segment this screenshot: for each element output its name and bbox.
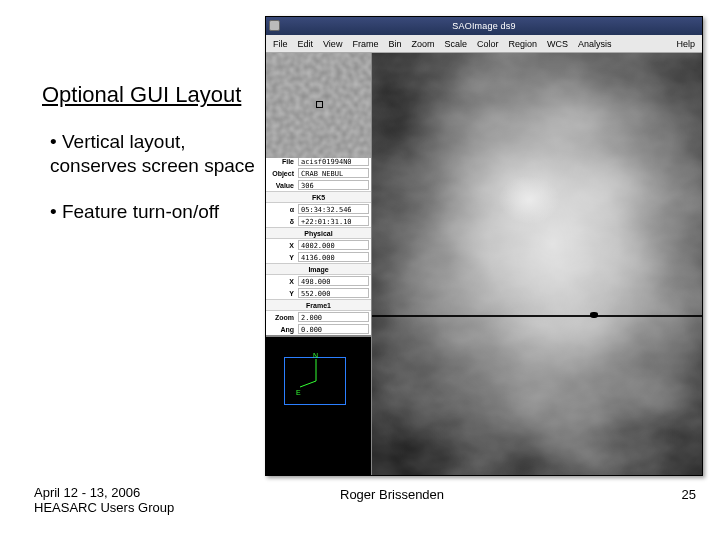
- value-phys-x: 4002.000: [298, 240, 369, 250]
- value-alpha: 05:34:32.546: [298, 204, 369, 214]
- label-img-x: X: [266, 278, 296, 285]
- svg-line-3: [300, 381, 316, 387]
- section-image: Image: [266, 263, 371, 275]
- section-wcs: FK5: [266, 191, 371, 203]
- ds9-window: SAOImage ds9 File Edit View Frame Bin Zo…: [265, 16, 703, 476]
- value-phys-y: 4136.000: [298, 252, 369, 262]
- value-img-x: 498.000: [298, 276, 369, 286]
- svg-point-9: [462, 158, 602, 268]
- footer-group: HEASARC Users Group: [34, 500, 174, 515]
- window-title: SAOImage ds9: [452, 21, 515, 31]
- magnifier-panel[interactable]: [266, 53, 371, 155]
- info-sidebar: Fileacisf01994N0 ObjectCRAB NEBUL Value3…: [266, 53, 372, 475]
- compass-icon: N E: [296, 351, 346, 401]
- menu-help[interactable]: Help: [673, 38, 698, 50]
- page-number: 25: [682, 487, 696, 502]
- value-zoom: 2.000: [298, 312, 369, 322]
- menu-frame[interactable]: Frame: [349, 38, 381, 50]
- menu-zoom[interactable]: Zoom: [408, 38, 437, 50]
- svg-text:N: N: [313, 352, 318, 359]
- label-file: File: [266, 158, 296, 165]
- window-control-icon[interactable]: [269, 20, 280, 31]
- label-value: Value: [266, 182, 296, 189]
- window-titlebar[interactable]: SAOImage ds9: [266, 17, 702, 35]
- menu-view[interactable]: View: [320, 38, 345, 50]
- label-phys-x: X: [266, 242, 296, 249]
- menu-wcs[interactable]: WCS: [544, 38, 571, 50]
- menu-region[interactable]: Region: [505, 38, 540, 50]
- slide-heading: Optional GUI Layout: [42, 82, 241, 108]
- value-img-y: 552.000: [298, 288, 369, 298]
- bullet-list: Vertical layout, conserves screen space …: [50, 130, 260, 245]
- image-viewport[interactable]: [372, 53, 702, 475]
- menu-scale[interactable]: Scale: [441, 38, 470, 50]
- section-frame: Frame1: [266, 299, 371, 311]
- menu-file[interactable]: File: [270, 38, 291, 50]
- bullet-item: Feature turn-on/off: [50, 200, 260, 224]
- svg-text:E: E: [296, 389, 301, 396]
- chip-gap-line: [372, 315, 702, 317]
- section-physical: Physical: [266, 227, 371, 239]
- menubar: File Edit View Frame Bin Zoom Scale Colo…: [266, 35, 702, 53]
- menu-color[interactable]: Color: [474, 38, 502, 50]
- label-ang: Ang: [266, 326, 296, 333]
- footer-date: April 12 - 13, 2006: [34, 485, 140, 500]
- bullet-item: Vertical layout, conserves screen space: [50, 130, 260, 178]
- label-object: Object: [266, 170, 296, 177]
- value-value: 306: [298, 180, 369, 190]
- value-delta: +22:01:31.10: [298, 216, 369, 226]
- label-alpha: α: [266, 206, 296, 213]
- value-ang: 0.000: [298, 324, 369, 334]
- value-object: CRAB NEBUL: [298, 168, 369, 178]
- label-zoom: Zoom: [266, 314, 296, 321]
- footer-left: April 12 - 13, 2006 HEASARC Users Group: [34, 485, 174, 515]
- menu-bin[interactable]: Bin: [385, 38, 404, 50]
- panner-panel[interactable]: N E: [266, 336, 371, 475]
- label-phys-y: Y: [266, 254, 296, 261]
- label-img-y: Y: [266, 290, 296, 297]
- menu-analysis[interactable]: Analysis: [575, 38, 615, 50]
- menu-edit[interactable]: Edit: [295, 38, 317, 50]
- info-panel: Fileacisf01994N0 ObjectCRAB NEBUL Value3…: [266, 155, 371, 336]
- label-delta: δ: [266, 218, 296, 225]
- footer-author: Roger Brissenden: [340, 487, 444, 502]
- chip-gap-feature: [590, 312, 598, 318]
- magnifier-cursor-icon: [316, 101, 323, 108]
